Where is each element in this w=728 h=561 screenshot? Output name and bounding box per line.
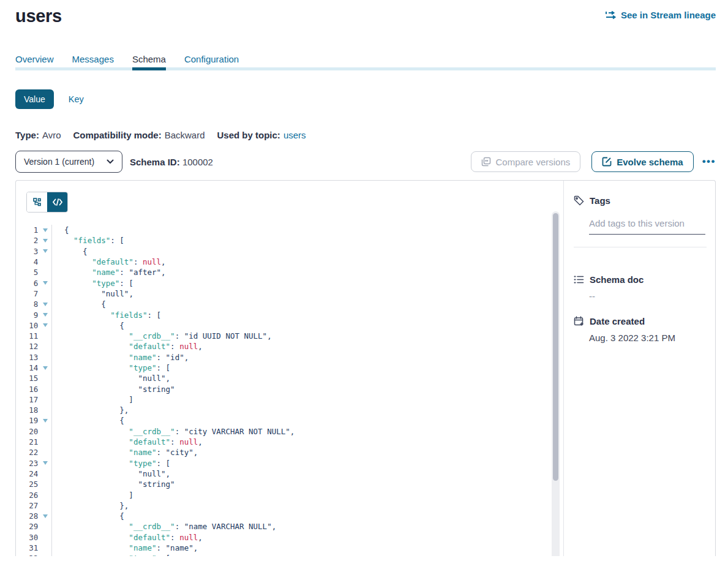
code-gutter: 7 [16, 288, 52, 299]
code-line: 25 "string" [16, 479, 563, 489]
code-line: 30 "default": null, [16, 532, 563, 543]
used-by-topic-link[interactable]: users [283, 130, 306, 140]
tab-configuration[interactable]: Configuration [184, 54, 239, 70]
code-gutter: 15 [16, 373, 52, 383]
code-scrollbar-track[interactable] [552, 211, 560, 556]
stream-lineage-link[interactable]: See in Stream lineage [606, 10, 716, 20]
collapse-arrow-icon[interactable] [43, 514, 48, 518]
code-scrollbar-thumb[interactable] [553, 213, 558, 481]
line-number: 30 [16, 533, 38, 542]
code-line: 21 "default": null, [16, 437, 563, 447]
compare-versions-button[interactable]: Compare versions [471, 151, 581, 172]
collapse-arrow-icon[interactable] [43, 461, 48, 465]
type-label: Type: [15, 130, 39, 140]
code-gutter: 27 [16, 500, 52, 511]
used-by-topic-label: Used by topic: [217, 130, 280, 140]
collapse-arrow-icon[interactable] [43, 228, 48, 232]
collapse-arrow-icon[interactable] [43, 281, 48, 285]
code-view-icon [53, 198, 62, 206]
code-text: "default": null, [52, 533, 203, 542]
schema-card: 1{2 "fields": [3 {4 "default": null,5 "n… [15, 180, 716, 556]
line-number: 1 [16, 225, 38, 235]
value-toggle-button[interactable]: Value [15, 89, 54, 109]
code-text: { [52, 247, 88, 256]
collapse-arrow-icon[interactable] [43, 419, 48, 423]
code-gutter: 28 [16, 511, 52, 521]
sidebar-divider [574, 247, 707, 247]
tab-overview[interactable]: Overview [15, 54, 54, 70]
code-text: "__crdb__": "id UUID NOT NULL", [52, 331, 272, 341]
code-gutter: 29 [16, 521, 52, 532]
code-line: 2 "fields": [ [16, 235, 563, 246]
schema-id-label: Schema ID: [130, 157, 180, 167]
code-gutter: 19 [16, 415, 52, 426]
code-line: 19 { [16, 415, 563, 426]
tree-view-button[interactable] [27, 192, 47, 212]
code-gutter: 21 [16, 437, 52, 447]
list-icon [574, 275, 584, 284]
code-text: "name": "name", [52, 543, 198, 552]
line-number: 17 [16, 395, 38, 404]
code-text: "fields": [ [52, 236, 124, 245]
add-tags-input[interactable] [589, 218, 705, 235]
code-line: 22 "name": "city", [16, 447, 563, 457]
page-header: users See in Stream lineage [15, 0, 716, 27]
line-number: 18 [16, 405, 38, 415]
code-line: 16 "string" [16, 383, 563, 394]
tabbar: Overview Messages Schema Configuration [15, 54, 716, 70]
line-number: 6 [16, 279, 38, 288]
code-gutter: 3 [16, 246, 52, 257]
collapse-arrow-icon[interactable] [43, 249, 48, 253]
evolve-schema-button[interactable]: Evolve schema [591, 151, 693, 172]
code-text: "name": "after", [52, 268, 166, 277]
line-number: 28 [16, 511, 38, 521]
collapse-arrow-icon[interactable] [43, 303, 48, 306]
code-text: "type": [ [52, 459, 170, 468]
line-number: 19 [16, 416, 38, 425]
code-text: "type": [ [52, 554, 170, 556]
code-line: 10 { [16, 320, 563, 331]
code-line: 5 "name": "after", [16, 267, 563, 277]
line-number: 12 [16, 342, 38, 351]
code-text: "null", [52, 289, 133, 298]
tab-schema[interactable]: Schema [132, 54, 166, 70]
collapse-arrow-icon[interactable] [43, 313, 48, 317]
line-number: 26 [16, 491, 38, 500]
date-created-value: Aug. 3 2022 3:21 PM [589, 333, 707, 343]
code-lines: 1{2 "fields": [3 {4 "default": null,5 "n… [16, 225, 563, 556]
code-gutter: 16 [16, 383, 52, 394]
code-text: ] [52, 491, 133, 500]
code-text: "type": [ [52, 363, 170, 372]
collapse-arrow-icon[interactable] [43, 323, 48, 327]
key-toggle-link[interactable]: Key [69, 94, 84, 104]
code-line: 26 ] [16, 489, 563, 500]
code-line: 6 "type": [ [16, 277, 563, 288]
code-gutter: 14 [16, 363, 52, 373]
schema-doc-section-header: Schema doc [574, 274, 707, 285]
version-toolbar: Version 1 (current) Schema ID: 100002 Co… [15, 151, 716, 173]
chevron-down-icon [107, 159, 114, 164]
code-line: 9 "fields": [ [16, 309, 563, 320]
schema-id-value: 100002 [182, 157, 213, 167]
date-created-section-header: Date created [574, 316, 707, 326]
collapse-arrow-icon[interactable] [43, 239, 48, 243]
code-gutter: 1 [16, 225, 52, 235]
code-text: "null", [52, 374, 170, 383]
more-options-button[interactable]: ••• [702, 151, 716, 172]
line-number: 8 [16, 299, 38, 309]
line-number: 15 [16, 374, 38, 383]
code-gutter: 13 [16, 352, 52, 363]
version-dropdown[interactable]: Version 1 (current) [15, 151, 122, 173]
collapse-arrow-icon[interactable] [43, 366, 48, 370]
code-gutter: 5 [16, 267, 52, 277]
tab-messages[interactable]: Messages [72, 54, 114, 70]
code-text: "type": [ [52, 279, 133, 288]
compatibility-label: Compatibility mode: [73, 130, 161, 140]
code-line: 24 "null", [16, 469, 563, 479]
code-view-button[interactable] [47, 192, 67, 212]
code-text: "name": "id", [52, 353, 189, 362]
code-line: 8 { [16, 299, 563, 309]
schema-meta-row: Type: Avro Compatibility mode: Backward … [15, 130, 716, 140]
code-text: { [52, 511, 124, 521]
versions-icon [481, 157, 491, 167]
